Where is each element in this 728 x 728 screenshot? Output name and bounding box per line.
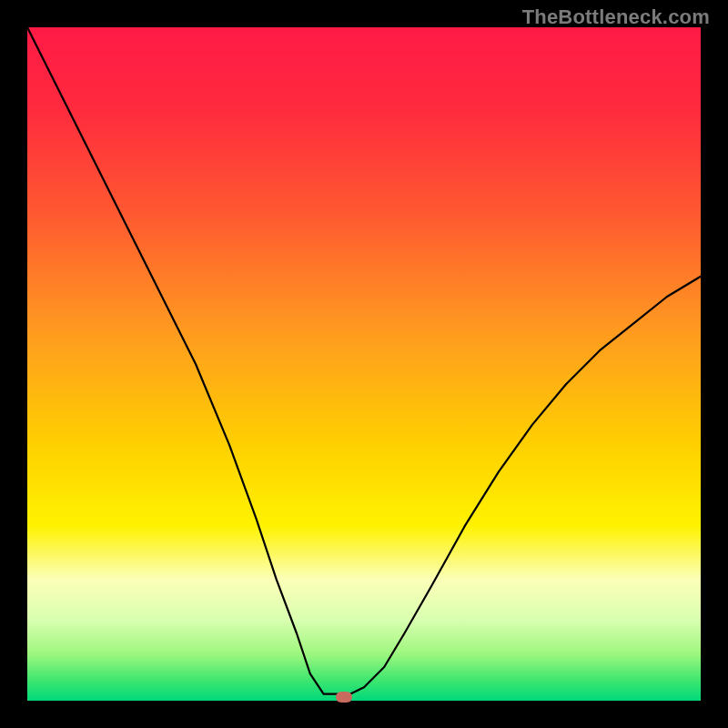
plot-area	[27, 27, 701, 701]
chart-frame: TheBottleneck.com	[0, 0, 728, 728]
optimal-point-marker	[336, 692, 352, 703]
bottleneck-curve	[27, 27, 701, 701]
watermark-text: TheBottleneck.com	[522, 5, 710, 29]
